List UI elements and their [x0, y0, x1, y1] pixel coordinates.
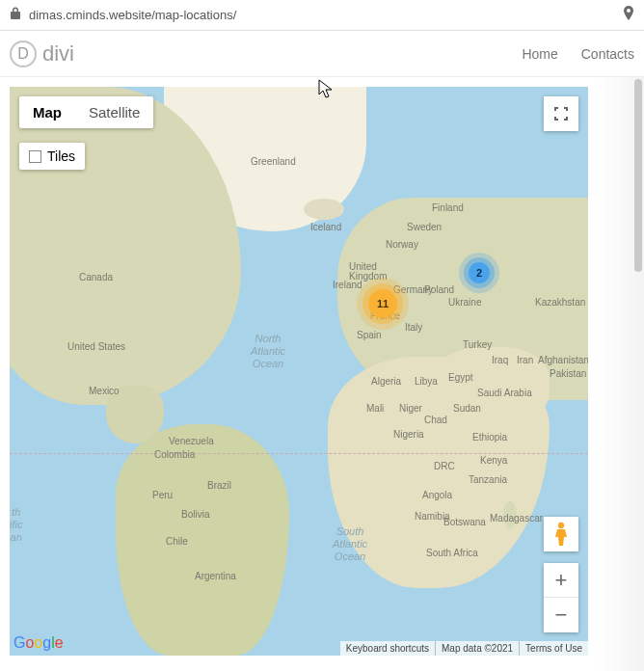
country-label: South Africa	[426, 548, 478, 558]
zoom-out-button[interactable]: −	[544, 598, 578, 632]
country-label: Sudan	[453, 403, 481, 414]
country-label: Iraq	[492, 355, 508, 365]
country-label: Brazil	[207, 480, 231, 491]
country-label: Venezuela	[169, 436, 214, 446]
country-label: Mali	[366, 403, 384, 414]
scrollbar-thumb[interactable]	[634, 79, 642, 272]
nav-home[interactable]: Home	[522, 46, 557, 62]
street-view-pegman[interactable]	[544, 517, 578, 551]
country-label: Norway	[386, 239, 418, 250]
map-type-map[interactable]: Map	[19, 96, 75, 128]
tiles-label: Tiles	[47, 148, 75, 164]
browser-address-bar[interactable]: dimas.cminds.website/map-locations/	[0, 0, 644, 31]
fullscreen-button[interactable]	[544, 96, 578, 131]
country-label: Kazakhstan	[535, 297, 585, 308]
country-label: Egypt	[448, 372, 473, 383]
logo-text: divi	[42, 41, 74, 67]
country-label: Finland	[432, 202, 464, 213]
map-type-control: Map Satellite	[19, 96, 153, 128]
country-label: Chile	[166, 536, 188, 547]
map-data-link[interactable]: Map data ©2021	[435, 641, 519, 656]
tiles-toggle[interactable]: Tiles	[19, 143, 85, 170]
equator-line	[10, 453, 588, 454]
country-label: Spain	[357, 330, 382, 340]
fullscreen-icon	[553, 106, 569, 121]
map-attribution: Keyboard shortcuts Map data ©2021 Terms …	[340, 641, 588, 656]
ocean-label: th ific an	[10, 506, 22, 545]
map-cluster-2[interactable]: 2	[469, 262, 490, 283]
google-map[interactable]: North Atlantic Ocean South Atlantic Ocea…	[10, 87, 588, 656]
country-label: Ukraine	[448, 297, 481, 308]
country-label: Chad	[424, 415, 447, 425]
google-logo[interactable]: Google	[13, 634, 64, 652]
logo-icon: D	[10, 40, 37, 67]
site-logo[interactable]: D divi	[10, 40, 74, 67]
country-label: Tanzania	[469, 474, 507, 485]
country-label: Ethiopia	[472, 432, 507, 443]
country-label: Colombia	[154, 449, 195, 460]
country-label: Madagascar	[490, 513, 543, 523]
country-label: Mexico	[89, 386, 120, 396]
country-label: Angola	[422, 490, 452, 500]
country-label: Botswana	[443, 517, 486, 527]
map-cluster-11[interactable]: 11	[368, 289, 397, 318]
country-label: Pakistan	[550, 368, 586, 379]
site-header: D divi Home Contacts	[0, 31, 644, 77]
country-label: Argentina	[195, 571, 236, 581]
landmass	[116, 424, 289, 656]
nav-contacts[interactable]: Contacts	[581, 46, 634, 62]
country-label: Canada	[79, 272, 113, 282]
country-label: DRC	[434, 461, 455, 471]
terms-link[interactable]: Terms of Use	[519, 641, 588, 656]
country-label: Niger	[399, 403, 422, 414]
map-type-satellite[interactable]: Satellite	[75, 96, 153, 128]
country-label: Ireland	[333, 280, 362, 290]
zoom-control: + −	[544, 563, 578, 632]
country-label: Bolivia	[181, 509, 209, 520]
country-label: Libya	[415, 376, 438, 387]
keyboard-shortcuts-link[interactable]: Keyboard shortcuts	[340, 641, 435, 656]
landmass	[304, 199, 344, 220]
country-label: Sweden	[407, 222, 442, 232]
country-label: Afghanistan	[538, 355, 588, 365]
checkbox-icon[interactable]	[29, 150, 41, 163]
country-label: Italy	[405, 322, 422, 333]
lock-icon	[10, 7, 21, 23]
country-label: Poland	[424, 284, 454, 295]
country-label: Algeria	[371, 376, 401, 387]
page-url[interactable]: dimas.cminds.website/map-locations/	[29, 8, 623, 22]
ocean-label: North Atlantic Ocean	[251, 333, 285, 371]
main-nav: Home Contacts	[522, 46, 634, 62]
svg-point-0	[558, 523, 564, 528]
country-label: Iceland	[310, 222, 341, 232]
country-label: Kenya	[480, 455, 507, 466]
country-label: Greenland	[251, 156, 296, 167]
zoom-in-button[interactable]: +	[544, 563, 578, 598]
country-label: Saudi Arabia	[477, 388, 532, 398]
country-label: Iran	[517, 355, 533, 365]
country-label: Turkey	[463, 339, 492, 350]
country-label: Nigeria	[393, 429, 424, 440]
ocean-label: South Atlantic Ocean	[333, 525, 367, 564]
country-label: United Kingdom	[349, 262, 387, 282]
bookmark-pin-icon[interactable]	[623, 6, 634, 24]
pegman-icon	[551, 522, 571, 547]
country-label: United States	[67, 341, 125, 352]
country-label: Peru	[152, 490, 173, 500]
